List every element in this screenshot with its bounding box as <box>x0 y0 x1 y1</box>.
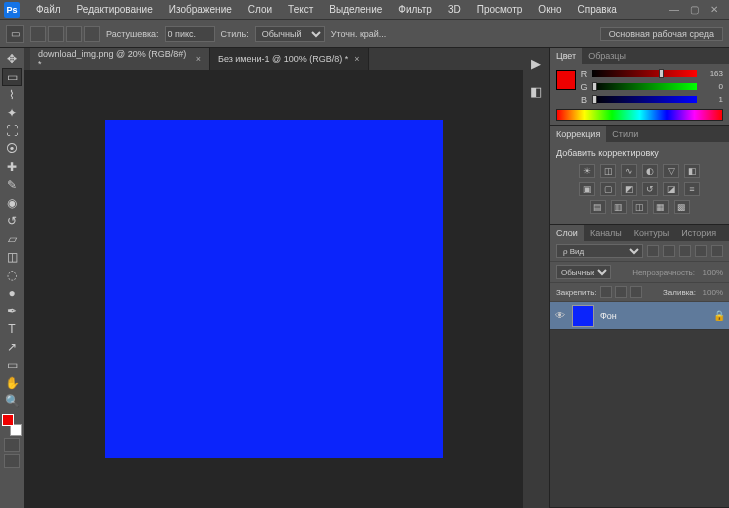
menu-window[interactable]: Окно <box>530 0 569 19</box>
marquee-intersect-icon[interactable] <box>84 26 100 42</box>
feather-input[interactable] <box>165 26 215 42</box>
app-logo[interactable]: Ps <box>4 2 20 18</box>
adj-more-icon[interactable]: ▦ <box>653 200 669 214</box>
menu-3d[interactable]: 3D <box>440 0 469 19</box>
paths-tab[interactable]: Контуры <box>628 225 675 241</box>
lock-position-icon[interactable] <box>615 286 627 298</box>
adjustments-tab[interactable]: Коррекция <box>550 126 606 142</box>
color-spectrum[interactable] <box>556 109 723 121</box>
marquee-sub-icon[interactable] <box>66 26 82 42</box>
fill-value[interactable]: 100% <box>699 288 723 297</box>
move-tool[interactable]: ✥ <box>2 50 22 68</box>
menu-image[interactable]: Изображение <box>161 0 240 19</box>
history-brush-tool[interactable]: ↺ <box>2 212 22 230</box>
eraser-tool[interactable]: ▱ <box>2 230 22 248</box>
document-canvas[interactable] <box>105 120 443 458</box>
canvas-area[interactable] <box>24 70 523 508</box>
gradient-tool[interactable]: ◫ <box>2 248 22 266</box>
blend-mode-select[interactable]: Обычные <box>556 265 611 279</box>
adj-invert-icon[interactable]: ◪ <box>663 182 679 196</box>
filter-shape-icon[interactable] <box>695 245 707 257</box>
color-tab[interactable]: Цвет <box>550 48 582 64</box>
adj-gradient-map-icon[interactable]: ▥ <box>611 200 627 214</box>
tab-close-icon[interactable]: × <box>196 54 201 64</box>
brush-tool[interactable]: ✎ <box>2 176 22 194</box>
tool-preset-icon[interactable]: ▭ <box>6 25 24 43</box>
refine-edge-button[interactable]: Уточн. край... <box>331 29 387 39</box>
maximize-icon[interactable]: ▢ <box>687 3 701 17</box>
layers-tab[interactable]: Слои <box>550 225 584 241</box>
expand-dock-icon[interactable]: ▶ <box>527 54 545 72</box>
wand-tool[interactable]: ✦ <box>2 104 22 122</box>
menu-layers[interactable]: Слои <box>240 0 280 19</box>
style-select[interactable]: Обычный <box>255 26 325 42</box>
layer-row[interactable]: 👁 Фон 🔒 <box>550 302 729 330</box>
adj-lookup-icon[interactable]: ↺ <box>642 182 658 196</box>
adj-photo-filter-icon[interactable]: ▢ <box>600 182 616 196</box>
layer-thumbnail[interactable] <box>572 305 594 327</box>
history-icon[interactable]: ◧ <box>527 82 545 100</box>
document-tab[interactable]: Без имени-1 @ 100% (RGB/8) *× <box>210 48 369 70</box>
styles-tab[interactable]: Стили <box>606 126 644 142</box>
slider-g[interactable] <box>592 83 697 90</box>
adj-selective-icon[interactable]: ◫ <box>632 200 648 214</box>
path-tool[interactable]: ↗ <box>2 338 22 356</box>
layer-filter-select[interactable]: ρ Вид <box>556 244 643 258</box>
filter-adjust-icon[interactable] <box>663 245 675 257</box>
adj-threshold-icon[interactable]: ▤ <box>590 200 606 214</box>
tab-close-icon[interactable]: × <box>354 54 359 64</box>
zoom-tool[interactable]: 🔍 <box>2 392 22 410</box>
filter-smart-icon[interactable] <box>711 245 723 257</box>
type-tool[interactable]: T <box>2 320 22 338</box>
menu-text[interactable]: Текст <box>280 0 321 19</box>
adj-levels-icon[interactable]: ◫ <box>600 164 616 178</box>
menu-file[interactable]: Файл <box>28 0 69 19</box>
adj-vibrance-icon[interactable]: ▽ <box>663 164 679 178</box>
blur-tool[interactable]: ◌ <box>2 266 22 284</box>
adj-hue-icon[interactable]: ◧ <box>684 164 700 178</box>
adj-brightness-icon[interactable]: ☀ <box>579 164 595 178</box>
screen-mode-icon[interactable] <box>4 454 20 468</box>
marquee-add-icon[interactable] <box>48 26 64 42</box>
panel-foreground-swatch[interactable] <box>556 70 576 90</box>
lock-icon[interactable]: 🔒 <box>713 310 725 321</box>
color-swatches[interactable] <box>2 414 22 436</box>
adj-bw-icon[interactable]: ▣ <box>579 182 595 196</box>
dodge-tool[interactable]: ● <box>2 284 22 302</box>
menu-edit[interactable]: Редактирование <box>69 0 161 19</box>
menu-select[interactable]: Выделение <box>321 0 390 19</box>
shape-tool[interactable]: ▭ <box>2 356 22 374</box>
opacity-value[interactable]: 100% <box>699 268 723 277</box>
filter-pixel-icon[interactable] <box>647 245 659 257</box>
menu-filter[interactable]: Фильтр <box>390 0 440 19</box>
menu-help[interactable]: Справка <box>570 0 625 19</box>
document-tab[interactable]: download_img.png @ 20% (RGB/8#) *× <box>30 48 210 70</box>
foreground-swatch[interactable] <box>2 414 14 426</box>
adj-channel-mixer-icon[interactable]: ◩ <box>621 182 637 196</box>
close-icon[interactable]: ✕ <box>707 3 721 17</box>
channels-tab[interactable]: Каналы <box>584 225 628 241</box>
adj-curves-icon[interactable]: ∿ <box>621 164 637 178</box>
pen-tool[interactable]: ✒ <box>2 302 22 320</box>
marquee-rect-icon[interactable] <box>30 26 46 42</box>
hand-tool[interactable]: ✋ <box>2 374 22 392</box>
eyedropper-tool[interactable]: ⦿ <box>2 140 22 158</box>
heal-tool[interactable]: ✚ <box>2 158 22 176</box>
history-tab[interactable]: История <box>675 225 722 241</box>
menu-view[interactable]: Просмотр <box>469 0 531 19</box>
crop-tool[interactable]: ⛶ <box>2 122 22 140</box>
visibility-icon[interactable]: 👁 <box>554 310 566 322</box>
adj-posterize-icon[interactable]: ≡ <box>684 182 700 196</box>
filter-type-icon[interactable] <box>679 245 691 257</box>
minimize-icon[interactable]: — <box>667 3 681 17</box>
slider-r[interactable] <box>592 70 697 77</box>
lock-all-icon[interactable] <box>630 286 642 298</box>
lock-pixels-icon[interactable] <box>600 286 612 298</box>
workspace-switcher[interactable]: Основная рабочая среда <box>600 27 723 41</box>
quick-mask-icon[interactable] <box>4 438 20 452</box>
slider-b[interactable] <box>592 96 697 103</box>
swatches-tab[interactable]: Образцы <box>582 48 632 64</box>
adj-more2-icon[interactable]: ▩ <box>674 200 690 214</box>
lasso-tool[interactable]: ⌇ <box>2 86 22 104</box>
stamp-tool[interactable]: ◉ <box>2 194 22 212</box>
